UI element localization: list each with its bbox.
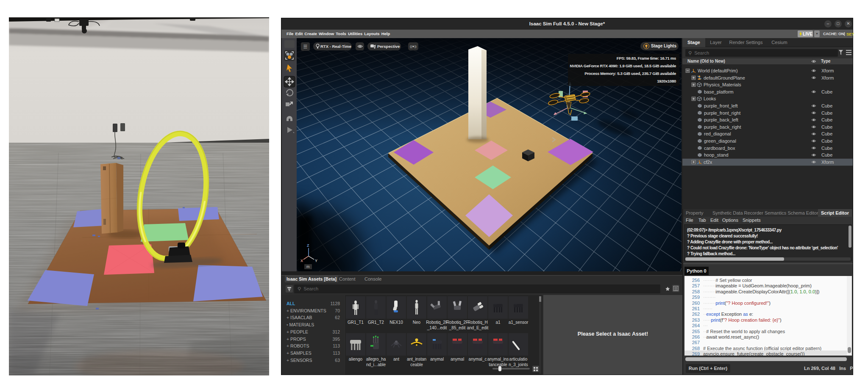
svg-text:purple_back_left: purple_back_left — [704, 117, 738, 122]
svg-text:Cube: Cube — [821, 146, 832, 151]
svg-text:purple_front_right: purple_front_right — [704, 110, 740, 116]
svg-text:World (defaultPrim): World (defaultPrim) — [698, 68, 738, 73]
svg-text:Z: Z — [307, 243, 309, 248]
svg-text:hoop_stand: hoop_stand — [704, 152, 729, 157]
svg-text:Y: Y — [315, 259, 317, 263]
svg-text:Xform: Xform — [821, 75, 834, 80]
svg-text:Cube: Cube — [821, 124, 832, 130]
svg-text:cardboard_box: cardboard_box — [704, 146, 735, 151]
svg-text:Cube: Cube — [821, 117, 832, 122]
svg-text:m: m — [306, 265, 310, 269]
svg-text:Xform: Xform — [821, 160, 834, 165]
svg-text:red_diagonal: red_diagonal — [704, 131, 731, 136]
svg-text:purple_back_right: purple_back_right — [704, 124, 741, 130]
svg-text:purple_front_left: purple_front_left — [704, 103, 738, 108]
svg-text:Cube: Cube — [821, 131, 832, 136]
svg-text:green_diagonal: green_diagonal — [704, 138, 736, 143]
svg-text:defaultGroundPlane: defaultGroundPlane — [704, 75, 745, 80]
svg-text:Looks: Looks — [704, 96, 716, 101]
svg-text:Cube: Cube — [821, 110, 832, 116]
svg-text:X: X — [300, 259, 303, 263]
svg-text:cf2x: cf2x — [704, 160, 712, 165]
svg-text:Cube: Cube — [821, 103, 832, 108]
svg-text:base_platform: base_platform — [704, 89, 734, 94]
svg-text:Cube: Cube — [821, 138, 832, 143]
svg-text:Xform: Xform — [821, 68, 834, 73]
svg-text:Physics_Materials: Physics_Materials — [704, 82, 741, 87]
svg-text:Cube: Cube — [821, 89, 832, 94]
svg-text:Cube: Cube — [821, 152, 832, 157]
